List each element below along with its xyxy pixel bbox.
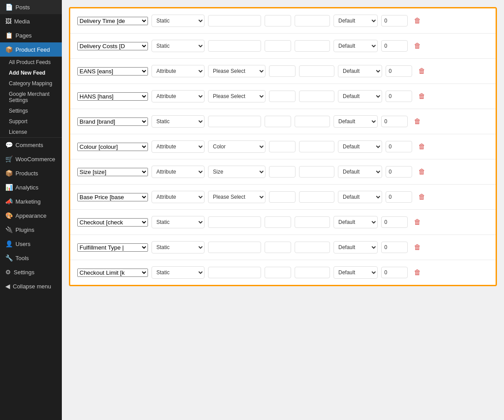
extra-input-5[interactable] xyxy=(269,141,296,152)
num-input-4[interactable] xyxy=(381,116,408,127)
delete-button-3[interactable]: 🗑 xyxy=(416,91,428,101)
field-name-select-6[interactable]: Size [size] xyxy=(77,168,148,176)
default-select-2[interactable]: Default xyxy=(338,65,382,77)
sidebar-item-collapse[interactable]: ◀ Collapse menu xyxy=(0,279,62,293)
sidebar-item-products[interactable]: 📦 Products xyxy=(0,166,62,180)
default-select-4[interactable]: Default xyxy=(333,115,378,128)
num-input-6[interactable] xyxy=(386,166,412,178)
sidebar-item-woocommerce[interactable]: 🛒 WooCommerce xyxy=(0,152,62,166)
spacer-input-0[interactable] xyxy=(295,15,330,26)
sidebar-item-analytics[interactable]: 📊 Analytics xyxy=(0,180,62,194)
sidebar-subitem-support[interactable]: Support xyxy=(0,116,62,127)
delete-button-1[interactable]: 🗑 xyxy=(411,41,424,51)
type-select-0[interactable]: StaticAttribute xyxy=(152,15,205,27)
delete-button-5[interactable]: 🗑 xyxy=(416,142,428,151)
spacer-input-8[interactable] xyxy=(295,216,330,228)
default-select-3[interactable]: Default xyxy=(338,90,382,102)
delete-button-10[interactable]: 🗑 xyxy=(411,268,424,277)
attr-select-5[interactable]: Please SelectColorSizeColor xyxy=(208,140,265,153)
delete-button-8[interactable]: 🗑 xyxy=(411,217,424,227)
type-select-5[interactable]: StaticAttribute xyxy=(152,140,205,153)
spacer-input-1[interactable] xyxy=(295,40,330,52)
delete-button-6[interactable]: 🗑 xyxy=(416,167,428,177)
type-select-6[interactable]: StaticAttribute xyxy=(152,166,205,178)
num-input-0[interactable] xyxy=(381,15,408,26)
spacer-input-5[interactable] xyxy=(299,141,334,152)
extra-input-6[interactable] xyxy=(269,166,296,178)
sidebar-item-product-feed[interactable]: 📦 Product Feed xyxy=(0,42,62,57)
value-input-0[interactable] xyxy=(208,15,261,26)
attr-select-7[interactable]: Please SelectColorSizePlease Select xyxy=(208,191,265,203)
type-select-4[interactable]: StaticAttribute xyxy=(152,115,205,128)
sidebar-item-appearance[interactable]: 🎨 Appearance xyxy=(0,208,62,223)
extra-input-7[interactable] xyxy=(269,191,296,203)
type-select-10[interactable]: StaticAttribute xyxy=(152,266,205,279)
default-select-10[interactable]: Default xyxy=(333,266,378,279)
sidebar-item-settings[interactable]: ⚙ Settings xyxy=(0,265,62,279)
spacer-input-9[interactable] xyxy=(295,242,330,253)
default-select-8[interactable]: Default xyxy=(333,216,378,228)
sidebar-item-posts[interactable]: 📄 Posts xyxy=(0,0,62,14)
type-select-1[interactable]: StaticAttribute xyxy=(152,40,205,52)
field-name-select-5[interactable]: Colour [colour] xyxy=(77,143,148,151)
num-input-5[interactable] xyxy=(386,141,412,152)
sidebar-item-media[interactable]: 🖼 Media xyxy=(0,14,62,28)
type-select-3[interactable]: StaticAttribute xyxy=(152,90,205,102)
attr-select-2[interactable]: Please SelectColorSizePlease Select xyxy=(208,65,265,77)
default-select-0[interactable]: Default xyxy=(333,15,378,27)
field-name-select-3[interactable]: HANS [hans] xyxy=(77,92,148,101)
field-name-select-9[interactable]: Fulfillment Type | xyxy=(77,243,148,252)
default-select-5[interactable]: Default xyxy=(338,140,382,153)
spacer-input-3[interactable] xyxy=(299,91,334,102)
sidebar-subitem-all-feeds[interactable]: All Product Feeds xyxy=(0,57,62,68)
attr-select-3[interactable]: Please SelectColorSizePlease Select xyxy=(208,90,265,102)
attr-select-6[interactable]: Please SelectColorSizeSize xyxy=(208,166,265,178)
type-select-9[interactable]: StaticAttribute xyxy=(152,241,205,254)
field-name-select-4[interactable]: Brand [brand] xyxy=(77,117,148,126)
spacer-input-10[interactable] xyxy=(295,267,330,278)
field-name-select-10[interactable]: Checkout Limit [k xyxy=(77,269,148,277)
sidebar-item-comments[interactable]: 💬 Comments xyxy=(0,138,62,152)
sidebar-item-plugins[interactable]: 🔌 Plugins xyxy=(0,223,62,237)
extra-input-1[interactable] xyxy=(265,40,291,52)
delete-button-2[interactable]: 🗑 xyxy=(416,66,428,76)
num-input-10[interactable] xyxy=(381,267,408,278)
delete-button-0[interactable]: 🗑 xyxy=(411,16,424,26)
delete-button-7[interactable]: 🗑 xyxy=(416,192,428,202)
num-input-7[interactable] xyxy=(386,191,412,203)
extra-input-2[interactable] xyxy=(269,65,296,77)
extra-input-10[interactable] xyxy=(265,267,291,278)
field-name-select-8[interactable]: Checkout [check xyxy=(77,218,148,227)
sidebar-item-tools[interactable]: 🔧 Tools xyxy=(0,251,62,265)
default-select-7[interactable]: Default xyxy=(338,191,382,203)
delete-button-4[interactable]: 🗑 xyxy=(411,117,424,126)
extra-input-9[interactable] xyxy=(265,242,291,253)
spacer-input-2[interactable] xyxy=(299,65,334,77)
field-name-select-7[interactable]: Base Price [base xyxy=(77,193,148,201)
spacer-input-4[interactable] xyxy=(295,116,330,127)
extra-input-3[interactable] xyxy=(269,91,296,102)
sidebar-subitem-settings[interactable]: Settings xyxy=(0,106,62,116)
value-input-9[interactable] xyxy=(208,242,261,253)
spacer-input-7[interactable] xyxy=(299,191,334,203)
sidebar-item-users[interactable]: 👤 Users xyxy=(0,237,62,251)
sidebar-item-pages[interactable]: 📋 Pages xyxy=(0,28,62,42)
type-select-7[interactable]: StaticAttribute xyxy=(152,191,205,203)
sidebar-subitem-license[interactable]: License xyxy=(0,127,62,137)
num-input-1[interactable] xyxy=(381,40,408,52)
sidebar-subitem-google-merchant[interactable]: Google Merchant Settings xyxy=(0,89,62,106)
num-input-9[interactable] xyxy=(381,242,408,253)
sidebar-subitem-category-mapping[interactable]: Category Mapping xyxy=(0,78,62,89)
sidebar-item-marketing[interactable]: 📣 Marketing xyxy=(0,194,62,208)
type-select-8[interactable]: StaticAttribute xyxy=(152,216,205,228)
default-select-1[interactable]: Default xyxy=(333,40,378,52)
num-input-8[interactable] xyxy=(381,216,408,228)
value-input-8[interactable] xyxy=(208,216,261,228)
sidebar-subitem-add-new[interactable]: Add New Feed xyxy=(0,68,62,78)
value-input-10[interactable] xyxy=(208,267,261,278)
field-name-select-2[interactable]: EANS [eans] xyxy=(77,67,148,76)
extra-input-8[interactable] xyxy=(265,216,291,228)
delete-button-9[interactable]: 🗑 xyxy=(411,242,424,252)
extra-input-0[interactable] xyxy=(265,15,291,26)
value-input-1[interactable] xyxy=(208,40,261,52)
